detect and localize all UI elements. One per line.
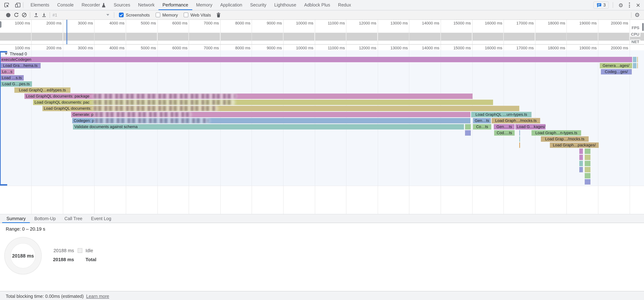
timeline-overview[interactable]: 1000 ms2000 ms3000 ms4000 ms5000 ms6000 … [0, 20, 644, 45]
issues-button[interactable]: 3 [593, 2, 609, 9]
details-tab-event-log[interactable]: Event Log [87, 214, 116, 223]
save-profile-button[interactable] [40, 11, 48, 19]
flame-bar[interactable] [519, 136, 520, 142]
tab-lighthouse[interactable]: Lighthouse [270, 0, 300, 10]
clear-recording-button[interactable] [20, 11, 28, 19]
flame-bar-label: Gen…ts [473, 118, 491, 123]
flame-bar-co-ts[interactable]: Co…ts [473, 124, 491, 130]
overview-scrollbar-thumb[interactable] [642, 23, 644, 31]
flame-bar[interactable] [585, 155, 590, 160]
ruler-tick-label: 9000 ms [267, 46, 282, 50]
flame-bar[interactable] [579, 167, 583, 172]
details-tab-bottom-up[interactable]: Bottom-Up [30, 214, 60, 223]
gridline [252, 20, 252, 44]
inspect-element-icon[interactable] [3, 2, 10, 9]
checkbox-memory[interactable]: Memory [156, 13, 178, 18]
donut-legend: 20188 msIdle20188 msTotal [52, 246, 96, 264]
flame-bar-load-grap-mocks-ts[interactable]: Load Grap…/mocks.ts [541, 136, 589, 142]
flame-bar-load-graphql-documents-pac[interactable]: Load GraphQL documents: pac [33, 100, 493, 105]
flame-bar-load-gra-hema-ts[interactable]: Load Gra…hema.ts [0, 63, 40, 68]
details-tab-call-tree[interactable]: Call Tree [60, 214, 86, 223]
tab-security[interactable]: Security [246, 0, 270, 10]
flame-bar-load-graphq-ed-types-ts[interactable]: Load GraphQ…ed/types.ts [14, 87, 70, 93]
flame-bar-load-graphql-documents[interactable]: Load GraphQL documents: [42, 106, 519, 111]
flame-bar[interactable] [585, 149, 590, 154]
tab-label: Adblock Plus [304, 3, 330, 8]
tab-elements[interactable]: Elements [26, 0, 53, 10]
tab-recorder[interactable]: Recorder [78, 0, 110, 10]
ruler-tick-label: 2000 ms [46, 21, 62, 25]
flame-bar-load-s-ts[interactable]: Load …s.ts [0, 75, 24, 81]
flame-bar[interactable] [585, 161, 590, 166]
thread-group-header[interactable]: Thread 0 [5, 52, 27, 57]
tab-console[interactable]: Console [53, 0, 78, 10]
checkbox-unchecked-icon[interactable] [184, 13, 188, 17]
flame-bar-load-graph-packages[interactable]: Load Graph…packages/ [550, 142, 599, 148]
flame-bar-lo-s[interactable]: Lo…s [0, 69, 14, 75]
history-select[interactable]: #1 [52, 11, 112, 19]
flame-bar-load-graphql-documents-package[interactable]: Load GraphQL documents: package [24, 94, 472, 99]
flame-bar-genera-ages[interactable]: Genera…ages/ [600, 63, 632, 68]
flame-bar-validate-documents-against-schema[interactable]: Validate documents against schema [73, 124, 464, 130]
checkbox-screenshots[interactable]: Screenshots [119, 13, 150, 18]
flame-bar[interactable] [585, 167, 590, 172]
flame-bar[interactable] [633, 63, 636, 68]
tab-redux[interactable]: Redux [334, 0, 355, 10]
flame-bar[interactable] [519, 142, 520, 148]
more-options-icon[interactable] [626, 2, 632, 8]
flame-bar-codegen-p[interactable]: Codegen: p [72, 118, 470, 123]
flame-bar-cod-ts[interactable]: Cod.…ts [494, 130, 514, 136]
flame-bar[interactable] [585, 179, 590, 185]
tab-memory[interactable]: Memory [192, 0, 216, 10]
playhead-marker[interactable] [66, 20, 67, 44]
flame-bar[interactable] [637, 63, 638, 68]
flame-bar-load-g-kages[interactable]: Load G…kages/ [515, 124, 546, 130]
flame-bar-label: Gen.…ts [494, 124, 514, 130]
flame-bar-gen-ts[interactable]: Gen…ts [473, 118, 491, 123]
flame-bar[interactable] [579, 155, 583, 160]
tab-performance[interactable]: Performance [158, 0, 192, 10]
flame-bar-load-graph-n-types-ts[interactable]: Load Graph…n-types.ts [532, 130, 581, 136]
ruler-tick-label: 11000 ms [328, 21, 345, 25]
flame-bar[interactable] [465, 130, 471, 136]
overview-left-drag-handle[interactable] [0, 21, 2, 28]
tab-adblock-plus[interactable]: Adblock Plus [300, 0, 334, 10]
flame-bar[interactable] [585, 173, 590, 178]
device-toolbar-icon[interactable] [14, 2, 21, 9]
flame-bar[interactable] [519, 130, 520, 136]
gridline [598, 45, 598, 214]
flame-bar[interactable] [637, 57, 638, 62]
details-tab-summary[interactable]: Summary [2, 214, 30, 223]
flame-bar[interactable] [579, 161, 583, 166]
learn-more-link[interactable]: Learn more [86, 294, 109, 299]
close-devtools-icon[interactable]: ✕ [634, 2, 642, 8]
flame-bar[interactable] [465, 124, 471, 130]
tab-network[interactable]: Network [134, 0, 159, 10]
flame-bar-gen-ts[interactable]: Gen.…ts [494, 124, 514, 130]
settings-gear-icon[interactable]: ⚙ [617, 2, 624, 9]
checkbox-checked-icon[interactable] [119, 13, 124, 17]
flame-bar-load-graph-mocks-ts[interactable]: Load Graph…/mocks.ts [492, 118, 540, 123]
tab-application[interactable]: Application [216, 0, 246, 10]
checkbox-web-vitals[interactable]: Web Vitals [184, 13, 211, 18]
flame-bar-executecodegen[interactable]: executeCodegen [0, 57, 632, 62]
tab-sources[interactable]: Sources [110, 0, 134, 10]
checkbox-unchecked-icon[interactable] [156, 13, 160, 17]
garbage-collect-button[interactable] [214, 11, 222, 19]
details-tabbar: SummaryBottom-UpCall TreeEvent Log [0, 214, 644, 223]
record-button[interactable] [4, 11, 12, 19]
flame-bar-load-graphql-urn-types-ts[interactable]: Load GraphQL …urn-types.ts [471, 112, 532, 117]
flame-bar[interactable] [633, 57, 636, 62]
selection-bracket-top-tick [0, 51, 7, 53]
flame-bar-codeg-ges[interactable]: Codeg…ges/ [601, 69, 632, 75]
chat-bubble-icon [596, 3, 602, 7]
flame-bar[interactable] [579, 149, 583, 154]
flame-bar-load-g-pes-ts[interactable]: Load G…pes.ts [0, 81, 32, 87]
flame-ruler: 1000 ms2000 ms3000 ms4000 ms5000 ms6000 … [0, 45, 644, 50]
capture-settings-gear-icon[interactable]: ⚙ [633, 11, 641, 19]
flame-bar-generate-p[interactable]: Generate: p [71, 112, 470, 117]
tab-label: Recorder [82, 3, 100, 8]
flame-chart[interactable]: 1000 ms2000 ms3000 ms4000 ms5000 ms6000 … [0, 45, 644, 214]
load-profile-button[interactable] [32, 11, 40, 19]
reload-and-record-button[interactable] [12, 11, 20, 19]
